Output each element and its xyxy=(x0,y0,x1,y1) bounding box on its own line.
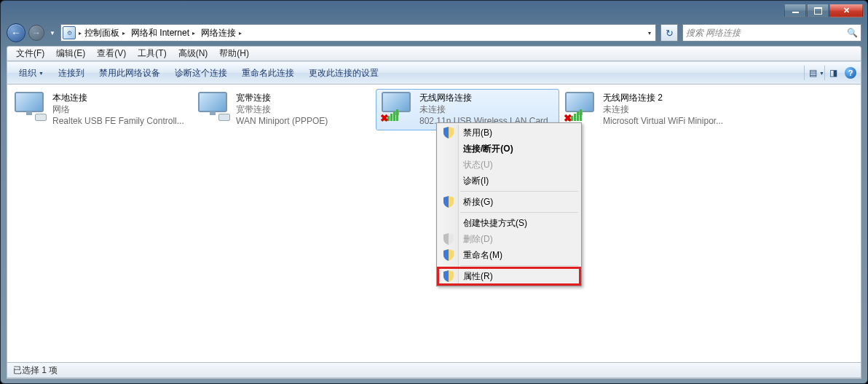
nav-bar: ← → ▼ ⚙ ▸ 控制面板 ▸ 网络和 Internet ▸ 网络连接 ▸ ▾… xyxy=(7,21,861,44)
connection-icon xyxy=(197,92,232,122)
connection-title: 本地连接 xyxy=(52,92,184,103)
help-icon[interactable]: ? xyxy=(845,67,856,79)
shield-icon xyxy=(443,127,454,138)
minimize-button[interactable] xyxy=(784,4,806,17)
connection-title: 宽带连接 xyxy=(236,92,328,103)
breadcrumb-item[interactable]: 控制面板 ▸ xyxy=(82,27,128,39)
connection-title: 无线网络连接 xyxy=(419,92,548,103)
rename-button[interactable]: 重命名此连接 xyxy=(234,67,301,79)
connect-to-button[interactable]: 连接到 xyxy=(51,67,92,79)
connection-text: 无线网络连接 2未连接Microsoft Virtual WiFi Minipo… xyxy=(603,92,723,128)
connection-status: 宽带连接 xyxy=(236,103,328,115)
command-bar: 组织▼ 连接到 禁用此网络设备 诊断这个连接 重命名此连接 更改此连接的设置 ▤… xyxy=(7,61,861,85)
connection-item[interactable]: 宽带连接宽带连接WAN Miniport (PPPOE) xyxy=(192,89,376,130)
menu-file[interactable]: 文件(F) xyxy=(10,47,50,60)
refresh-button[interactable]: ↻ xyxy=(660,24,678,42)
breadcrumb-item[interactable]: 网络和 Internet ▸ xyxy=(128,27,198,39)
shield-icon xyxy=(443,233,454,245)
ctx-shortcut[interactable]: 创建快捷方式(S) xyxy=(438,215,580,231)
separator xyxy=(460,191,578,192)
address-bar[interactable]: ⚙ ▸ 控制面板 ▸ 网络和 Internet ▸ 网络连接 ▸ ▾ xyxy=(60,24,656,42)
shield-icon xyxy=(443,270,454,282)
connection-icon xyxy=(13,92,48,122)
connection-status: 网络 xyxy=(52,103,184,115)
connection-device: Microsoft Virtual WiFi Minipor... xyxy=(603,115,723,127)
content-pane: 本地连接网络Realtek USB FE Family Controll...宽… xyxy=(7,85,861,379)
search-input[interactable]: 搜索 网络连接 🔍 xyxy=(682,24,861,42)
separator xyxy=(460,265,578,266)
status-text: 已选择 1 项 xyxy=(13,364,58,377)
ctx-properties[interactable]: 属性(R) xyxy=(438,268,580,284)
close-button[interactable] xyxy=(829,4,863,17)
ctx-disable[interactable]: 禁用(B) xyxy=(438,125,580,141)
title-bar xyxy=(1,1,867,21)
preview-pane-button[interactable]: ◨ xyxy=(824,66,840,80)
menu-help[interactable]: 帮助(H) xyxy=(213,47,255,60)
ctx-connect[interactable]: 连接/断开(O) xyxy=(438,141,580,157)
disconnected-icon: ✖ xyxy=(564,112,574,122)
ctx-bridge[interactable]: 桥接(G) xyxy=(438,194,580,210)
disconnected-icon: ✖ xyxy=(380,112,390,122)
connection-icon: ✖ xyxy=(564,92,599,122)
nav-history-dropdown[interactable]: ▼ xyxy=(47,26,58,40)
menu-edit[interactable]: 编辑(E) xyxy=(50,47,91,60)
ctx-status: 状态(U) xyxy=(438,157,580,173)
connection-icon: ✖ xyxy=(380,92,415,122)
menu-tools[interactable]: 工具(T) xyxy=(132,47,172,60)
forward-button[interactable]: → xyxy=(28,25,44,41)
view-options-button[interactable]: ▤ ▼ xyxy=(804,66,820,80)
back-button[interactable]: ← xyxy=(7,23,25,42)
disable-device-button[interactable]: 禁用此网络设备 xyxy=(92,67,167,79)
context-menu: 禁用(B) 连接/断开(O) 状态(U) 诊断(I) 桥接(G) 创建快捷方式(… xyxy=(436,122,582,286)
breadcrumb-item[interactable]: 网络连接 ▸ xyxy=(198,27,245,39)
ctx-rename[interactable]: 重命名(M) xyxy=(438,247,580,263)
search-placeholder: 搜索 网络连接 xyxy=(686,27,741,39)
address-dropdown[interactable]: ▾ xyxy=(645,30,654,36)
ctx-diagnose[interactable]: 诊断(I) xyxy=(438,173,580,189)
connection-text: 宽带连接宽带连接WAN Miniport (PPPOE) xyxy=(236,92,328,128)
shield-icon xyxy=(443,196,454,208)
menu-bar: 文件(F) 编辑(E) 查看(V) 工具(T) 高级(N) 帮助(H) xyxy=(7,46,861,61)
connection-status: 未连接 xyxy=(603,103,723,115)
connection-device: Realtek USB FE Family Controll... xyxy=(52,115,184,127)
search-icon[interactable]: 🔍 xyxy=(847,28,858,38)
connection-text: 本地连接网络Realtek USB FE Family Controll... xyxy=(52,92,184,128)
diagnose-button[interactable]: 诊断这个连接 xyxy=(167,67,234,79)
status-bar: 已选择 1 项 xyxy=(7,362,861,378)
connection-device: WAN Miniport (PPPOE) xyxy=(236,115,328,127)
shield-icon xyxy=(443,249,454,261)
connection-item[interactable]: 本地连接网络Realtek USB FE Family Controll... xyxy=(9,89,192,130)
connection-item[interactable]: ✖无线网络连接 2未连接Microsoft Virtual WiFi Minip… xyxy=(559,89,743,130)
change-settings-button[interactable]: 更改此连接的设置 xyxy=(301,67,386,79)
maximize-button[interactable] xyxy=(807,4,829,17)
menu-advanced[interactable]: 高级(N) xyxy=(173,47,214,60)
location-icon: ⚙ xyxy=(63,26,76,39)
explorer-window: ← → ▼ ⚙ ▸ 控制面板 ▸ 网络和 Internet ▸ 网络连接 ▸ ▾… xyxy=(0,0,868,384)
connection-status: 未连接 xyxy=(419,103,548,115)
connection-title: 无线网络连接 2 xyxy=(603,92,723,103)
ctx-delete: 删除(D) xyxy=(438,231,580,247)
separator xyxy=(460,212,578,213)
menu-view[interactable]: 查看(V) xyxy=(91,47,132,60)
organize-button[interactable]: 组织▼ xyxy=(12,67,51,79)
